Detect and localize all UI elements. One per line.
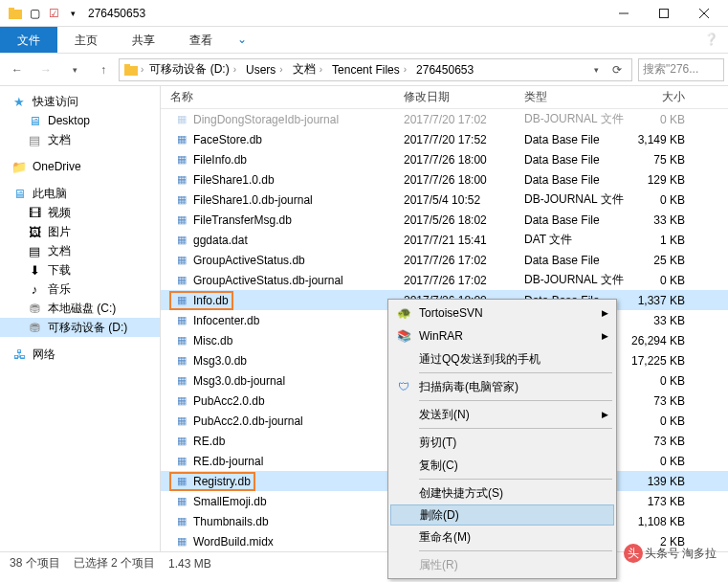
picture-icon: 🖼 — [27, 224, 42, 239]
column-size[interactable]: 大小 — [626, 86, 693, 108]
ribbon-expand-icon[interactable]: ⌄ — [230, 27, 254, 53]
properties-icon[interactable]: ▢ — [27, 6, 42, 21]
file-date: 2017/7/20 17:02 — [404, 113, 524, 126]
breadcrumb-item[interactable]: Users› — [242, 63, 287, 77]
refresh-icon[interactable]: ⟳ — [607, 59, 628, 80]
ribbon-tab-share[interactable]: 共享 — [115, 27, 172, 53]
sidebar-item-music[interactable]: ♪音乐 — [0, 280, 160, 299]
search-input[interactable]: 搜索"276... — [638, 58, 724, 81]
file-row[interactable]: ▦FileShare1.0.db2017/7/26 18:00Data Base… — [161, 169, 728, 190]
shield-icon: 🛡 — [395, 378, 412, 395]
context-menu-item[interactable]: 复制(C) — [390, 454, 614, 477]
breadcrumb-item[interactable]: 文档› — [289, 61, 326, 78]
file-row[interactable]: ▦FileInfo.db2017/7/26 18:00Data Base Fil… — [161, 149, 728, 169]
breadcrumb-label: Users — [246, 63, 276, 77]
sidebar-item-drive-c[interactable]: ⛃本地磁盘 (C:) — [0, 299, 160, 318]
ribbon-tab-view[interactable]: 查看 — [172, 27, 230, 53]
file-icon: ▦ — [174, 534, 189, 549]
document-icon: ▤ — [27, 243, 42, 258]
file-size: 3,149 KB — [626, 133, 693, 146]
winrar-icon: 📚 — [395, 327, 412, 345]
address-bar[interactable]: › 可移动设备 (D:)› Users› 文档› Tencent Files› … — [119, 58, 632, 81]
breadcrumb-item[interactable]: 276450653 — [412, 63, 477, 77]
file-row[interactable]: ▦ggdata.dat2017/7/21 15:41DAT 文件1 KB — [161, 230, 728, 250]
menu-label: 复制(C) — [419, 458, 458, 474]
file-icon: ▦ — [174, 273, 189, 288]
breadcrumb-item[interactable]: 可移动设备 (D:)› — [145, 61, 240, 78]
file-size: 1,108 KB — [626, 515, 693, 528]
sidebar-quick-access[interactable]: ★快速访问 — [0, 92, 160, 111]
file-row[interactable]: ▦FileTransferMsg.db2017/5/26 18:02Data B… — [161, 210, 728, 230]
checkmark-icon[interactable]: ☑ — [46, 6, 61, 21]
file-type: DAT 文件 — [524, 232, 626, 248]
sidebar-onedrive[interactable]: 📁OneDrive — [0, 157, 160, 176]
forward-button[interactable]: → — [33, 56, 59, 83]
file-type: Data Base File — [524, 153, 626, 167]
sidebar-label: Desktop — [48, 114, 90, 127]
sidebar-item-pictures[interactable]: 🖼图片 — [0, 222, 160, 241]
maximize-button[interactable] — [644, 0, 684, 27]
context-menu-item[interactable]: 创建快捷方式(S) — [390, 481, 614, 504]
chevron-right-icon[interactable]: › — [279, 64, 282, 75]
sidebar-item-drive-d[interactable]: ⛃可移动设备 (D:) — [0, 318, 160, 337]
file-size: 75 KB — [626, 153, 693, 167]
minimize-button[interactable] — [604, 0, 644, 27]
sidebar-item-documents[interactable]: ▤文档 — [0, 241, 160, 260]
sidebar-pc[interactable]: 🖥此电脑 — [0, 184, 160, 203]
sidebar-label: 文档 — [48, 132, 71, 148]
file-row[interactable]: ▦FileShare1.0.db-journal2017/5/4 10:52DB… — [161, 190, 728, 210]
ribbon-tab-home[interactable]: 主页 — [57, 27, 115, 53]
file-name: FileInfo.db — [193, 153, 247, 167]
context-menu-item[interactable]: 🛡扫描病毒(电脑管家) — [390, 375, 614, 398]
context-menu-item[interactable]: 重命名(M) — [390, 526, 614, 548]
watermark-logo: 头 — [624, 544, 643, 563]
sidebar-label: OneDrive — [33, 160, 81, 173]
svg-rect-3 — [660, 9, 669, 17]
ribbon-file-tab[interactable]: 文件 — [0, 27, 57, 53]
file-icon: ▦ — [174, 494, 189, 509]
sidebar-item-videos[interactable]: 🎞视频 — [0, 203, 160, 222]
breadcrumb-item[interactable]: Tencent Files› — [328, 63, 410, 77]
sidebar-item-documents[interactable]: ▤文档 — [0, 130, 160, 149]
file-name: DingDongStorageIdb-journal — [193, 113, 339, 126]
file-row[interactable]: ▦GroupActiveStatus.db2017/7/26 17:02Data… — [161, 250, 728, 270]
history-dropdown[interactable]: ▾ — [61, 56, 88, 83]
context-menu-item[interactable]: 🐢TortoiseSVN▶ — [390, 302, 614, 325]
context-menu-item[interactable]: 发送到(N)▶ — [390, 403, 614, 426]
context-menu-item[interactable]: 属性(R) — [390, 553, 614, 576]
back-button[interactable]: ← — [4, 56, 31, 83]
sidebar-label: 视频 — [48, 205, 71, 221]
column-date[interactable]: 修改日期 — [404, 86, 524, 108]
chevron-right-icon[interactable]: › — [233, 64, 236, 75]
menu-label: WinRAR — [419, 329, 463, 343]
column-type[interactable]: 类型 — [524, 86, 626, 108]
tortoisesvn-icon: 🐢 — [395, 304, 412, 322]
file-row[interactable]: ▦FaceStore.db2017/7/20 17:52Data Base Fi… — [161, 129, 728, 149]
column-name[interactable]: 名称 — [161, 86, 404, 108]
address-dropdown-icon[interactable]: ▾ — [585, 59, 607, 80]
sidebar-item-downloads[interactable]: ⬇下载 — [0, 260, 160, 280]
context-menu-item[interactable]: 删除(D) — [390, 504, 614, 526]
file-date: 2017/7/26 18:00 — [404, 153, 524, 167]
drive-icon: ⛃ — [27, 320, 42, 335]
context-menu-item[interactable]: 📚WinRAR▶ — [390, 325, 614, 347]
help-icon[interactable]: ❔ — [695, 27, 728, 53]
chevron-right-icon[interactable]: › — [404, 64, 407, 75]
sidebar-network[interactable]: 🖧网络 — [0, 345, 160, 364]
search-label: 搜索"276... — [643, 61, 698, 78]
close-button[interactable] — [684, 0, 724, 27]
menu-label: 删除(D) — [420, 507, 459, 524]
breadcrumb-label: Tencent Files — [332, 63, 400, 77]
chevron-right-icon[interactable]: › — [320, 64, 322, 75]
file-row[interactable]: ▦GroupActiveStatus.db-journal2017/7/26 1… — [161, 270, 728, 290]
chevron-right-icon[interactable]: › — [141, 64, 143, 75]
sidebar-item-desktop[interactable]: 🖥Desktop — [0, 111, 160, 130]
file-size: 0 KB — [626, 414, 693, 428]
context-menu-item[interactable]: 通过QQ发送到我的手机 — [390, 347, 614, 370]
context-menu-item[interactable]: 剪切(T) — [390, 431, 614, 454]
up-button[interactable]: ↑ — [90, 56, 117, 83]
file-row[interactable]: ▦DingDongStorageIdb-journal2017/7/20 17:… — [161, 109, 728, 129]
file-date: 2017/7/21 15:41 — [404, 234, 524, 247]
qat-dropdown-icon[interactable]: ▾ — [65, 6, 80, 21]
file-date: 2017/7/20 17:52 — [404, 133, 524, 146]
